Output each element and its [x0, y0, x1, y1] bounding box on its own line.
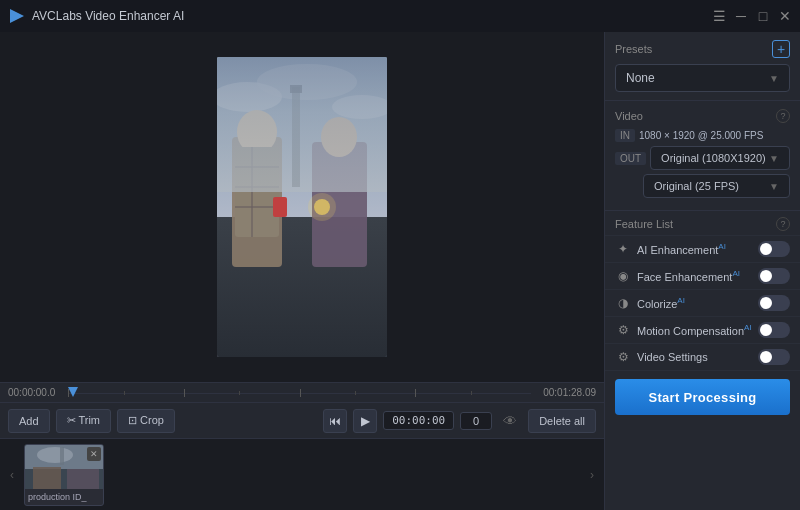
out-resolution-dropdown[interactable]: Original (1080X1920) ▼: [650, 146, 790, 170]
app-logo: [8, 7, 26, 25]
presets-header: Presets +: [615, 40, 790, 58]
app-title: AVCLabs Video Enhancer AI: [32, 9, 712, 23]
dropdown-arrow-icon: ▼: [769, 73, 779, 84]
add-button[interactable]: Add: [8, 409, 50, 433]
ai-enhancement-label: AI EnhancementAI: [637, 242, 752, 256]
presets-section: Presets + None ▼: [605, 32, 800, 101]
frame-count: 0: [460, 412, 492, 430]
presets-value: None: [626, 71, 655, 85]
face-ai-badge: AI: [732, 269, 740, 278]
face-enhancement-label: Face EnhancementAI: [637, 269, 752, 283]
strip-item-label: production ID_: [28, 492, 100, 502]
strip-items: ✕ production ID_: [20, 440, 584, 510]
feature-video-settings: ⚙ Video Settings: [605, 344, 800, 371]
colorize-ai-badge: AI: [677, 296, 685, 305]
strip-item-close[interactable]: ✕: [87, 447, 101, 461]
visibility-button[interactable]: 👁: [498, 409, 522, 433]
resolution-dropdown-arrow-icon: ▼: [769, 153, 779, 164]
video-help-button[interactable]: ?: [776, 109, 790, 123]
colorize-icon: ◑: [615, 295, 631, 311]
feature-ai-enhancement: ✦ AI EnhancementAI: [605, 236, 800, 263]
colorize-label: ColorizeAI: [637, 296, 752, 310]
in-badge: IN: [615, 129, 635, 142]
video-settings-toggle[interactable]: [758, 349, 790, 365]
video-out-resolution-row: OUT Original (1080X1920) ▼: [615, 146, 790, 170]
svg-point-9: [237, 110, 277, 154]
timeline-end: 00:01:28.09: [531, 387, 596, 398]
feature-list-label: Feature List: [615, 218, 673, 230]
trim-button[interactable]: ✂ Trim: [56, 409, 111, 433]
svg-rect-24: [33, 467, 61, 489]
face-enhancement-icon: ◉: [615, 268, 631, 284]
out-resolution-value: Original (1080X1920): [661, 152, 766, 164]
minimize-button[interactable]: ─: [734, 9, 748, 23]
ai-enhancement-toggle[interactable]: [758, 241, 790, 257]
strip-item[interactable]: ✕ production ID_: [24, 444, 104, 506]
skip-back-button[interactable]: ⏮: [323, 409, 347, 433]
thumbnail-strip: ‹ ✕ production ID_: [0, 438, 604, 510]
maximize-button[interactable]: □: [756, 9, 770, 23]
colorize-toggle[interactable]: [758, 295, 790, 311]
motion-compensation-toggle[interactable]: [758, 322, 790, 338]
preview-area: [0, 32, 604, 382]
motion-compensation-icon: ⚙: [615, 322, 631, 338]
content-area: 00:00:00.0 00:01:28.09 Add: [0, 32, 604, 510]
video-settings-icon: ⚙: [615, 349, 631, 365]
right-panel: Presets + None ▼ Video ? IN 1080 × 1920 …: [604, 32, 800, 510]
window-controls: ☰ ─ □ ✕: [712, 9, 792, 23]
out-fps-value: Original (25 FPS): [654, 180, 739, 192]
face-enhancement-toggle[interactable]: [758, 268, 790, 284]
svg-marker-0: [10, 9, 24, 23]
motion-compensation-label: Motion CompensationAI: [637, 323, 752, 337]
svg-point-2: [217, 82, 282, 112]
motion-ai-badge: AI: [744, 323, 752, 332]
video-in-row: IN 1080 × 1920 @ 25.000 FPS: [615, 129, 790, 142]
timeline-start: 00:00:00.0: [8, 387, 68, 398]
in-value: 1080 × 1920 @ 25.000 FPS: [639, 130, 763, 141]
presets-label: Presets: [615, 43, 652, 55]
svg-rect-6: [290, 85, 302, 93]
svg-rect-15: [273, 197, 287, 217]
video-label: Video: [615, 110, 643, 122]
feature-motion-compensation: ⚙ Motion CompensationAI: [605, 317, 800, 344]
fps-dropdown-arrow-icon: ▼: [769, 181, 779, 192]
video-frame: [217, 57, 387, 357]
presets-dropdown[interactable]: None ▼: [615, 64, 790, 92]
video-preview: [217, 57, 387, 357]
crop-button[interactable]: ⊡ Crop: [117, 409, 175, 433]
close-button[interactable]: ✕: [778, 9, 792, 23]
start-processing-button[interactable]: Start Processing: [615, 379, 790, 415]
presets-add-button[interactable]: +: [772, 40, 790, 58]
svg-rect-5: [292, 87, 300, 187]
ai-enhancement-icon: ✦: [615, 241, 631, 257]
svg-rect-25: [67, 469, 99, 489]
svg-point-22: [37, 447, 73, 463]
svg-rect-10: [235, 147, 279, 237]
controls-bar: Add ✂ Trim ⊡ Crop ⏮ ▶ 00:00:00 0 👁 Delet…: [0, 402, 604, 438]
ai-badge: AI: [718, 242, 726, 251]
feature-list-help-button[interactable]: ?: [776, 217, 790, 231]
svg-point-4: [332, 95, 387, 119]
menu-icon[interactable]: ☰: [712, 9, 726, 23]
out-badge: OUT: [615, 152, 646, 165]
scroll-left-button[interactable]: ‹: [4, 439, 20, 510]
video-section: Video ? IN 1080 × 1920 @ 25.000 FPS OUT …: [605, 101, 800, 211]
timeline-bar: 00:00:00.0 00:01:28.09: [0, 382, 604, 402]
main-layout: 00:00:00.0 00:01:28.09 Add: [0, 32, 800, 510]
titlebar: AVCLabs Video Enhancer AI ☰ ─ □ ✕: [0, 0, 800, 32]
video-out-fps-row: Original (25 FPS) ▼: [643, 174, 790, 198]
video-settings-label: Video Settings: [637, 351, 752, 363]
delete-all-button[interactable]: Delete all: [528, 409, 596, 433]
video-header: Video ?: [615, 109, 790, 123]
svg-rect-23: [60, 447, 64, 465]
out-fps-dropdown[interactable]: Original (25 FPS) ▼: [643, 174, 790, 198]
play-button[interactable]: ▶: [353, 409, 377, 433]
svg-point-17: [321, 117, 357, 157]
svg-point-3: [257, 64, 357, 100]
feature-colorize: ◑ ColorizeAI: [605, 290, 800, 317]
feature-face-enhancement: ◉ Face EnhancementAI: [605, 263, 800, 290]
svg-point-19: [308, 193, 336, 221]
timecode-display: 00:00:00: [383, 411, 454, 430]
scroll-right-button[interactable]: ›: [584, 439, 600, 510]
feature-list-section: Feature List ? ✦ AI EnhancementAI ◉ Face…: [605, 211, 800, 371]
